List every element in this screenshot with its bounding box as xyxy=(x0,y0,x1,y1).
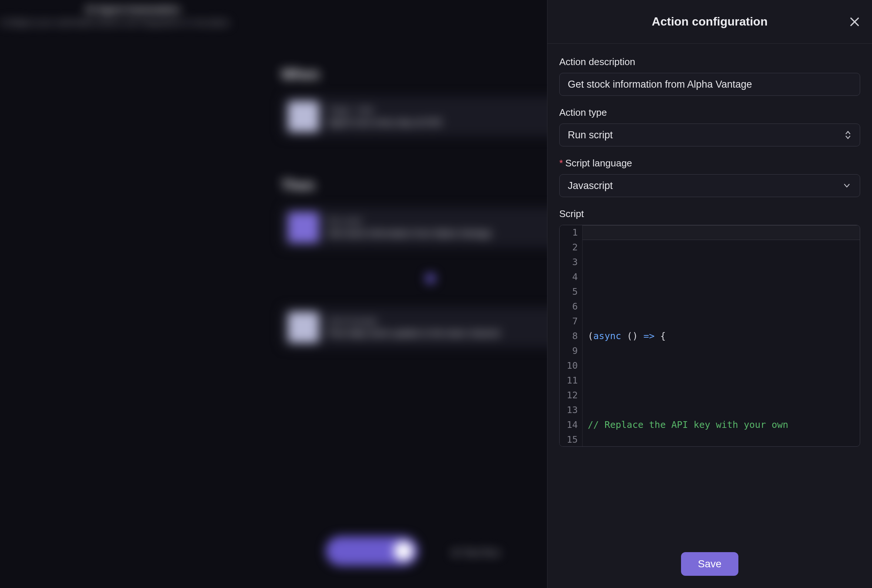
script-label: Script xyxy=(559,208,860,220)
bg-enabled-toggle xyxy=(326,536,418,566)
bg-trigger-title: Agent runs every day at 9:00 xyxy=(328,117,442,128)
action-config-panel: Action configuration Action description … xyxy=(547,0,872,588)
stepper-icon xyxy=(844,131,852,139)
panel-body: Action description Action type Run scrip… xyxy=(547,44,872,540)
bg-section-then: Then xyxy=(281,177,315,194)
panel-title: Action configuration xyxy=(652,15,768,28)
close-icon[interactable] xyxy=(848,15,861,28)
bg-page-title: AI Agent Automation xyxy=(85,4,180,15)
action-type-select[interactable]: Run script xyxy=(559,123,860,147)
script-editor[interactable]: 123456789101112131415 (async () => { // … xyxy=(559,225,860,447)
bg-action2-sub: Send message xyxy=(328,316,500,325)
field-script: Script 123456789101112131415 (async () =… xyxy=(559,208,860,447)
code-line xyxy=(588,373,860,388)
bg-action-card-1: Run script Get stock information from Al… xyxy=(281,207,585,248)
bg-action2-thumb xyxy=(288,312,319,343)
bg-section-when: When xyxy=(281,67,319,82)
required-star: * xyxy=(559,158,563,169)
editor-cursor-line xyxy=(583,225,860,240)
code-line xyxy=(588,284,860,299)
panel-header: Action configuration xyxy=(547,0,872,44)
save-button[interactable]: Save xyxy=(681,552,739,576)
code-line: // Replace the API key with your own xyxy=(588,417,860,432)
panel-footer: Save xyxy=(547,540,872,588)
bg-trigger-thumb xyxy=(288,101,319,132)
bg-action2-title: Post daily stock update to the team chan… xyxy=(328,328,500,338)
bg-action1-title: Get stock information from Alpha Vantage xyxy=(328,228,492,238)
bg-connector-dot xyxy=(425,274,435,283)
action-description-label: Action description xyxy=(559,56,860,68)
script-language-label: *Script language xyxy=(559,158,860,169)
action-type-value: Run script xyxy=(568,129,613,141)
bg-page-subtitle: Configure your automated actions and int… xyxy=(0,18,231,27)
script-language-select[interactable]: Javascript xyxy=(559,174,860,197)
action-description-input[interactable] xyxy=(559,73,860,96)
field-action-type: Action type Run script xyxy=(559,107,860,147)
bg-test-run-text: ⊕ Test Run xyxy=(451,547,500,558)
script-language-value: Javascript xyxy=(568,180,613,192)
bg-action-card-2: Send message Post daily stock update to … xyxy=(281,307,585,348)
bg-action1-thumb xyxy=(288,212,319,243)
chevron-down-icon xyxy=(842,181,852,190)
script-language-label-text: Script language xyxy=(565,158,632,169)
editor-line-gutter: 123456789101112131415 xyxy=(559,225,583,446)
code-line: (async () => { xyxy=(588,329,860,344)
bg-trigger-card: Trigger · Daily Agent runs every day at … xyxy=(281,96,585,137)
action-type-label: Action type xyxy=(559,107,860,118)
bg-trigger-sub: Trigger · Daily xyxy=(328,106,442,114)
field-action-description: Action description xyxy=(559,56,860,96)
bg-action1-sub: Run script xyxy=(328,217,492,225)
field-script-language: *Script language Javascript xyxy=(559,158,860,197)
editor-code-area[interactable]: (async () => { // Replace the API key wi… xyxy=(583,225,860,446)
